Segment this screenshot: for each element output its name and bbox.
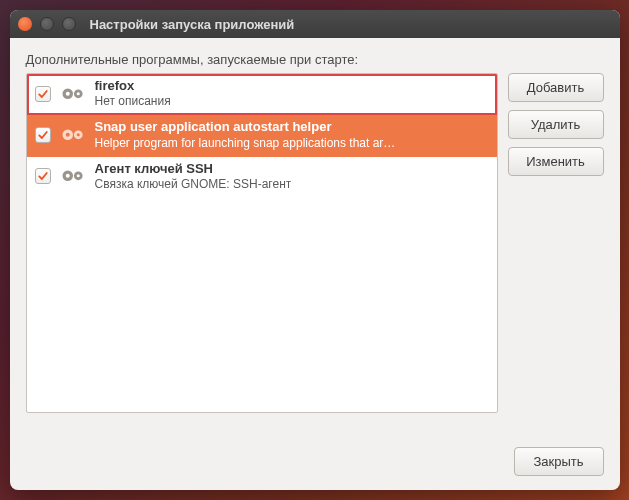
gears-icon: [59, 125, 87, 145]
startup-programs-list[interactable]: firefoxНет описанияSnap user application…: [26, 73, 498, 413]
item-text: Агент ключей SSHСвязка ключей GNOME: SSH…: [95, 161, 292, 192]
titlebar[interactable]: Настройки запуска приложений: [10, 10, 620, 38]
item-text: Snap user application autostart helperHe…: [95, 119, 396, 150]
add-button[interactable]: Добавить: [508, 73, 604, 102]
section-label: Дополнительные программы, запускаемые пр…: [26, 52, 604, 67]
svg-point-1: [65, 92, 69, 96]
list-item[interactable]: Snap user application autostart helperHe…: [27, 115, 497, 156]
gears-icon: [59, 166, 87, 186]
item-description: Helper program for launching snap applic…: [95, 136, 396, 151]
window-title: Настройки запуска приложений: [90, 17, 295, 32]
svg-point-11: [76, 175, 79, 178]
item-text: firefoxНет описания: [95, 78, 171, 109]
remove-button[interactable]: Удалить: [508, 110, 604, 139]
svg-point-3: [76, 92, 79, 95]
item-description: Нет описания: [95, 94, 171, 109]
item-name: Агент ключей SSH: [95, 161, 292, 177]
close-icon[interactable]: [18, 17, 32, 31]
svg-point-5: [65, 133, 69, 137]
checkbox[interactable]: [35, 168, 51, 184]
content-area: Дополнительные программы, запускаемые пр…: [10, 38, 620, 490]
main-row: firefoxНет описанияSnap user application…: [26, 73, 604, 435]
list-item[interactable]: firefoxНет описания: [27, 74, 497, 115]
item-name: Snap user application autostart helper: [95, 119, 396, 135]
item-name: firefox: [95, 78, 171, 94]
side-buttons: Добавить Удалить Изменить: [508, 73, 604, 435]
checkbox[interactable]: [35, 86, 51, 102]
startup-applications-window: Настройки запуска приложений Дополнитель…: [10, 10, 620, 490]
checkbox[interactable]: [35, 127, 51, 143]
gears-icon: [59, 84, 87, 104]
footer: Закрыть: [26, 447, 604, 476]
minimize-icon[interactable]: [40, 17, 54, 31]
item-description: Связка ключей GNOME: SSH-агент: [95, 177, 292, 192]
svg-point-7: [76, 133, 79, 136]
close-button[interactable]: Закрыть: [514, 447, 604, 476]
svg-point-9: [65, 174, 69, 178]
list-item[interactable]: Агент ключей SSHСвязка ключей GNOME: SSH…: [27, 157, 497, 198]
edit-button[interactable]: Изменить: [508, 147, 604, 176]
maximize-icon[interactable]: [62, 17, 76, 31]
